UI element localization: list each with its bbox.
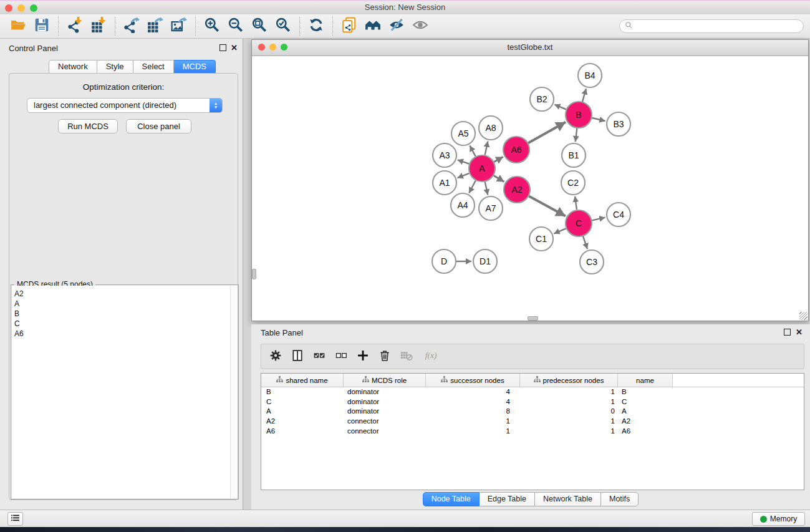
- cell-shared-name[interactable]: A6: [261, 427, 344, 437]
- column-header-name[interactable]: name: [618, 374, 673, 387]
- graph-edge-A-A5[interactable]: [470, 145, 475, 156]
- zoom-selected-button[interactable]: [271, 16, 295, 36]
- float-table-panel-icon[interactable]: [784, 329, 791, 336]
- graph-edge-A-A6[interactable]: [494, 157, 503, 162]
- gear-button[interactable]: [266, 347, 285, 366]
- cell-successor-nodes[interactable]: 1: [426, 427, 520, 437]
- graph-edge-C-C4[interactable]: [592, 218, 605, 221]
- export-network-button[interactable]: [120, 16, 143, 36]
- result-item[interactable]: B: [14, 309, 238, 319]
- vertical-scrollbar-thumb[interactable]: [252, 269, 256, 279]
- table-row[interactable]: A2connector11A2: [261, 417, 804, 427]
- close-table-panel-icon[interactable]: ✕: [796, 329, 803, 336]
- graph-edge-A-A8[interactable]: [485, 142, 488, 155]
- graph-edge-A-A2[interactable]: [494, 175, 504, 181]
- node-table[interactable]: shared nameMCDS rolesuccessor nodesprede…: [261, 373, 804, 490]
- mcds-result-list[interactable]: A2ABCA6: [12, 286, 238, 498]
- table-row[interactable]: A6connector11A6: [261, 427, 804, 437]
- network-canvas[interactable]: AA1A2A3A4A5A6A7A8BB1B2B3B4CC1C2C3C4DD1: [252, 56, 808, 321]
- result-item[interactable]: A: [14, 299, 238, 309]
- table-row[interactable]: Adominator80A: [261, 407, 804, 417]
- delete-row-button[interactable]: [375, 347, 394, 366]
- cell-shared-name[interactable]: C: [261, 397, 344, 407]
- add-row-button[interactable]: [354, 347, 372, 366]
- criterion-select[interactable]: largest connected component (directed) ▲…: [27, 98, 223, 113]
- graph-edge-B-B2[interactable]: [554, 105, 566, 110]
- tab-network[interactable]: Network: [49, 60, 97, 74]
- graph-edge-A2-C[interactable]: [529, 196, 566, 216]
- cell-shared-name[interactable]: A: [261, 407, 344, 417]
- run-mcds-button[interactable]: Run MCDS: [58, 119, 118, 133]
- cell-MCDS-role[interactable]: dominator: [344, 397, 426, 407]
- cell-MCDS-role[interactable]: dominator: [344, 407, 426, 417]
- graph-edge-A-A3[interactable]: [458, 160, 469, 163]
- tab-select[interactable]: Select: [133, 60, 174, 74]
- export-image-button[interactable]: [167, 16, 191, 36]
- graph-edge-C-C3[interactable]: [583, 236, 587, 249]
- tab-node-table[interactable]: Node Table: [423, 492, 480, 506]
- zoom-out-button[interactable]: [224, 16, 248, 36]
- export-table-button[interactable]: [143, 16, 167, 36]
- cell-predecessor-nodes[interactable]: 1: [520, 417, 618, 427]
- result-item[interactable]: A2: [14, 289, 238, 299]
- cell-MCDS-role[interactable]: connector: [344, 417, 426, 427]
- horizontal-scrollbar-thumb[interactable]: [528, 316, 538, 321]
- clone-network-button[interactable]: [337, 16, 361, 36]
- column-header-successor-nodes[interactable]: successor nodes: [426, 374, 520, 387]
- cell-name[interactable]: A2: [618, 417, 673, 427]
- result-item[interactable]: A6: [14, 329, 238, 339]
- cell-name[interactable]: A: [618, 407, 673, 417]
- graph-edge-B-B1[interactable]: [576, 128, 577, 142]
- import-network-button[interactable]: [63, 16, 87, 36]
- tab-style[interactable]: Style: [97, 60, 133, 74]
- cell-MCDS-role[interactable]: dominator: [344, 387, 426, 397]
- network-graph[interactable]: AA1A2A3A4A5A6A7A8BB1B2B3B4CC1C2C3C4DD1: [252, 56, 808, 321]
- columns-button[interactable]: [288, 347, 307, 366]
- graph-edge-B-B4[interactable]: [582, 89, 586, 102]
- home-networks-button[interactable]: [361, 16, 385, 36]
- close-panel-button[interactable]: Close panel: [126, 119, 191, 133]
- tab-mcds[interactable]: MCDS: [174, 60, 216, 74]
- select-all-button[interactable]: [310, 347, 329, 366]
- cell-successor-nodes[interactable]: 4: [426, 387, 520, 397]
- cell-predecessor-nodes[interactable]: 1: [520, 387, 618, 397]
- graph-edge-C-C2[interactable]: [575, 196, 577, 210]
- tab-network-table[interactable]: Network Table: [535, 492, 601, 506]
- show-all-button[interactable]: [408, 16, 432, 36]
- column-header-MCDS-role[interactable]: MCDS role: [344, 374, 426, 387]
- graph-edge-A-A7[interactable]: [485, 181, 488, 195]
- network-window-titlebar[interactable]: testGlobe.txt: [252, 40, 808, 56]
- graph-edge-A-A4[interactable]: [469, 180, 476, 193]
- open-file-button[interactable]: [6, 16, 30, 36]
- cell-successor-nodes[interactable]: 4: [426, 397, 520, 407]
- refresh-view-button[interactable]: [304, 16, 328, 36]
- cell-successor-nodes[interactable]: 8: [426, 407, 520, 417]
- zoom-in-button[interactable]: [200, 16, 224, 36]
- cell-predecessor-nodes[interactable]: 1: [520, 427, 618, 437]
- cell-MCDS-role[interactable]: connector: [344, 427, 426, 437]
- graph-edge-C-C1[interactable]: [554, 228, 566, 233]
- column-header-shared-name[interactable]: shared name: [261, 374, 344, 387]
- cell-successor-nodes[interactable]: 1: [426, 417, 520, 427]
- result-list-scrollbar[interactable]: [230, 286, 238, 498]
- memory-button[interactable]: Memory: [752, 512, 805, 526]
- search-input[interactable]: [636, 21, 803, 31]
- cell-predecessor-nodes[interactable]: 0: [520, 407, 618, 417]
- float-panel-icon[interactable]: [219, 44, 226, 51]
- cell-shared-name[interactable]: B: [261, 387, 344, 397]
- import-table-button[interactable]: [87, 16, 110, 36]
- result-item[interactable]: C: [14, 319, 238, 329]
- graph-edge-A6-B[interactable]: [528, 122, 566, 143]
- tab-edge-table[interactable]: Edge Table: [480, 492, 535, 506]
- task-history-button[interactable]: [7, 512, 23, 526]
- close-panel-icon[interactable]: ✕: [231, 44, 238, 51]
- column-header-predecessor-nodes[interactable]: predecessor nodes: [520, 374, 618, 387]
- hide-selected-button[interactable]: [385, 16, 408, 36]
- graph-edge-A-A1[interactable]: [458, 173, 470, 178]
- search-field[interactable]: [619, 19, 804, 33]
- save-session-button[interactable]: [30, 16, 54, 36]
- cell-name[interactable]: C: [618, 397, 673, 407]
- resize-grip-icon[interactable]: [799, 312, 808, 320]
- cell-predecessor-nodes[interactable]: 1: [520, 397, 618, 407]
- cell-shared-name[interactable]: A2: [261, 417, 344, 427]
